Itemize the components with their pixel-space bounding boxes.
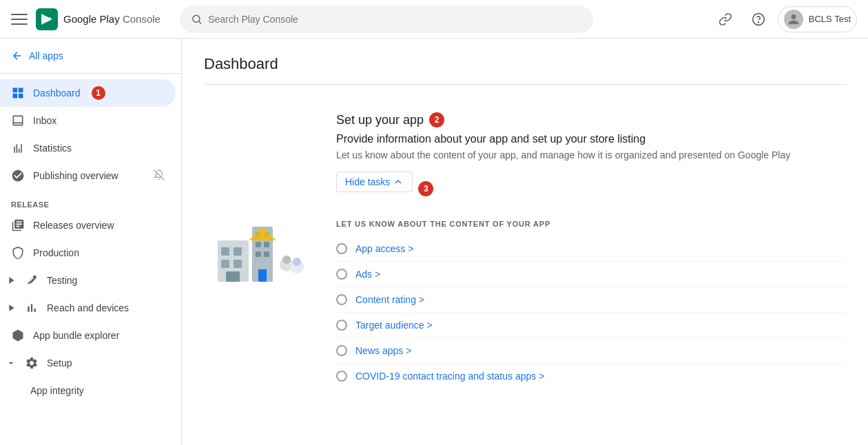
task-link-covid[interactable]: COVID-19 contact tracing and status apps… bbox=[355, 371, 544, 382]
main-layout: All apps Dashboard 1 bbox=[0, 39, 868, 445]
hide-tasks-button[interactable]: Hide tasks bbox=[336, 172, 413, 192]
card-title: Provide information about your app and s… bbox=[336, 133, 846, 145]
svg-rect-21 bbox=[264, 242, 269, 247]
publishing-icon bbox=[11, 169, 25, 183]
tasks-section-label: LET US KNOW ABOUT THE CONTENT OF YOUR AP… bbox=[336, 220, 846, 228]
setup-icon bbox=[25, 356, 39, 370]
setup-heading: Set up your app bbox=[336, 113, 424, 127]
svg-rect-14 bbox=[221, 260, 229, 268]
hamburger-menu[interactable] bbox=[11, 11, 28, 28]
sidebar-item-label-integrity: App integrity bbox=[30, 385, 84, 396]
sidebar-item-label-inbox: Inbox bbox=[33, 115, 56, 126]
task-app-access[interactable]: App access > bbox=[336, 236, 846, 262]
svg-rect-2 bbox=[43, 20, 48, 21]
task-news-apps[interactable]: News apps > bbox=[336, 338, 846, 364]
tasks-list: App access > Ads > Content rating > Targ… bbox=[336, 236, 846, 389]
app-logo[interactable]: Google Play Console bbox=[36, 8, 161, 30]
svg-rect-12 bbox=[221, 247, 229, 256]
bell-off-icon bbox=[154, 169, 165, 183]
expand-arrow-setup-icon bbox=[6, 358, 17, 369]
sidebar-item-label-production: Production bbox=[33, 247, 79, 258]
testing-icon bbox=[25, 273, 39, 287]
sidebar-item-inbox[interactable]: Inbox bbox=[0, 107, 176, 134]
task-circle bbox=[336, 294, 347, 305]
svg-point-3 bbox=[193, 15, 200, 22]
sidebar-item-label-releases: Releases overview bbox=[33, 220, 114, 231]
production-icon bbox=[11, 246, 25, 260]
sidebar: All apps Dashboard 1 bbox=[0, 39, 182, 445]
releases-icon bbox=[11, 218, 25, 232]
task-ads[interactable]: Ads > bbox=[336, 262, 846, 287]
card-subtitle: Let us know about the content of your ap… bbox=[336, 149, 846, 161]
task-target-audience[interactable]: Target audience > bbox=[336, 313, 846, 338]
logo-text: Google Play Console bbox=[63, 13, 161, 25]
link-icon bbox=[719, 12, 732, 26]
task-link-ads[interactable]: Ads > bbox=[355, 269, 380, 280]
all-apps-link[interactable]: All apps bbox=[0, 39, 181, 74]
svg-rect-22 bbox=[256, 251, 261, 257]
search-input[interactable] bbox=[208, 14, 582, 25]
help-icon bbox=[752, 12, 765, 26]
release-section-label: Release bbox=[0, 189, 181, 211]
sidebar-item-dashboard[interactable]: Dashboard 1 bbox=[0, 79, 176, 107]
sidebar-item-app-integrity[interactable]: App integrity bbox=[0, 377, 176, 404]
help-icon-button[interactable] bbox=[745, 6, 772, 33]
task-link-news-apps[interactable]: News apps > bbox=[355, 345, 411, 356]
task-link-target-audience[interactable]: Target audience > bbox=[355, 320, 433, 331]
main-content: Dashboard bbox=[182, 39, 868, 445]
sidebar-item-app-bundle[interactable]: App bundle explorer bbox=[0, 322, 176, 349]
avatar-icon bbox=[784, 10, 803, 29]
svg-rect-15 bbox=[234, 260, 242, 268]
task-circle bbox=[336, 345, 347, 356]
dashboard-badge: 1 bbox=[92, 86, 105, 100]
expand-arrow-icon bbox=[6, 275, 17, 286]
sidebar-item-setup[interactable]: Setup bbox=[0, 349, 176, 377]
sidebar-item-label-testing: Testing bbox=[47, 275, 77, 286]
svg-rect-25 bbox=[258, 269, 267, 282]
setup-section: Set up your app 2 Provide information ab… bbox=[204, 96, 846, 405]
bundle-icon bbox=[11, 329, 25, 342]
logo-icon bbox=[36, 8, 58, 30]
svg-rect-8 bbox=[13, 94, 18, 99]
setup-illustration bbox=[204, 112, 314, 389]
setup-illustration-svg bbox=[211, 213, 307, 289]
sidebar-item-label-setup: Setup bbox=[47, 358, 72, 369]
task-content-rating[interactable]: Content rating > bbox=[336, 287, 846, 313]
reach-icon bbox=[25, 301, 39, 315]
setup-badge: 2 bbox=[429, 112, 444, 127]
sidebar-item-publishing-overview[interactable]: Publishing overview bbox=[0, 162, 176, 189]
sidebar-item-production[interactable]: Production bbox=[0, 239, 176, 267]
task-link-app-access[interactable]: App access > bbox=[355, 243, 413, 254]
search-bar[interactable] bbox=[180, 6, 593, 33]
task-circle bbox=[336, 371, 347, 382]
task-covid[interactable]: COVID-19 contact tracing and status apps… bbox=[336, 364, 846, 389]
svg-rect-20 bbox=[256, 242, 261, 247]
task-circle bbox=[336, 243, 347, 254]
topbar: Google Play Console BCLS T bbox=[0, 0, 868, 39]
inbox-icon bbox=[11, 114, 25, 127]
chevron-up-icon bbox=[393, 176, 404, 187]
task-link-content-rating[interactable]: Content rating > bbox=[355, 294, 424, 305]
user-avatar-button[interactable]: BCLS Test bbox=[778, 6, 857, 32]
svg-line-10 bbox=[154, 169, 165, 180]
svg-rect-1 bbox=[43, 17, 51, 19]
sidebar-item-testing[interactable]: Testing bbox=[0, 267, 176, 294]
topbar-actions: BCLS Test bbox=[712, 6, 857, 33]
svg-rect-16 bbox=[226, 271, 240, 282]
svg-rect-23 bbox=[264, 251, 269, 257]
sidebar-item-releases-overview[interactable]: Releases overview bbox=[0, 211, 176, 239]
sidebar-item-label-publishing: Publishing overview bbox=[33, 170, 118, 181]
sidebar-item-reach-devices[interactable]: Reach and devices bbox=[0, 294, 176, 322]
sidebar-item-label-dashboard: Dashboard bbox=[33, 87, 81, 99]
setup-card: Set up your app 2 Provide information ab… bbox=[336, 112, 846, 389]
dashboard-icon bbox=[11, 86, 25, 100]
svg-rect-9 bbox=[19, 94, 23, 99]
sidebar-item-label-reach: Reach and devices bbox=[47, 302, 129, 313]
sidebar-item-statistics[interactable]: Statistics bbox=[0, 134, 176, 162]
user-name: BCLS Test bbox=[809, 14, 851, 24]
svg-point-29 bbox=[293, 258, 301, 266]
sidebar-item-label-bundle: App bundle explorer bbox=[33, 330, 119, 341]
link-icon-button[interactable] bbox=[712, 6, 739, 33]
expand-arrow-reach-icon bbox=[6, 302, 17, 313]
svg-rect-13 bbox=[234, 247, 242, 256]
